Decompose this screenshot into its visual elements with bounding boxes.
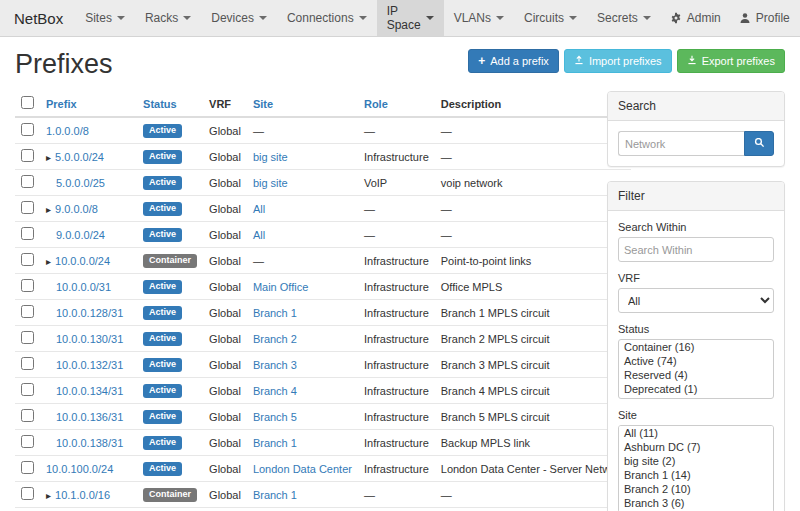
row-checkbox[interactable] (21, 461, 34, 474)
select-option[interactable]: Branch 1 (14) (619, 468, 773, 482)
row-checkbox[interactable] (21, 331, 34, 344)
prefix-link[interactable]: 10.0.0.132/31 (56, 359, 123, 371)
row-checkbox[interactable] (21, 305, 34, 318)
select-all-checkbox[interactable] (21, 96, 34, 109)
prefix-link[interactable]: 5.0.0.0/25 (56, 177, 105, 189)
select-option[interactable]: Container (16) (619, 340, 773, 354)
table-row: ▸10.0.0.0/24 Container Global — Infrastr… (15, 248, 631, 274)
brand-link[interactable]: NetBox (12, 0, 75, 36)
prefix-link[interactable]: 10.0.0.138/31 (56, 437, 123, 449)
prefix-link[interactable]: 5.0.0.0/24 (55, 151, 104, 163)
row-checkbox[interactable] (21, 227, 34, 240)
nav-item-devices: Devices (201, 0, 277, 36)
site-select[interactable]: All (11)Ashburn DC (7)big site (2)Branch… (618, 425, 774, 511)
description-cell: Branch 3 MPLS circuit (435, 352, 632, 378)
prefix-cell: ▸10.0.100.0/24 (46, 463, 113, 475)
col-header-role[interactable]: Role (358, 91, 435, 117)
prefix-link[interactable]: 10.0.0.0/31 (56, 281, 111, 293)
prefix-link[interactable]: 10.0.0.128/31 (56, 307, 123, 319)
row-checkbox[interactable] (21, 357, 34, 370)
site-link[interactable]: Branch 2 (253, 333, 297, 345)
expand-caret-icon: ▸ (46, 152, 51, 163)
site-link[interactable]: big site (253, 151, 288, 163)
toolbar: + Add a prefix Import prefixes Export pr… (468, 49, 785, 73)
row-checkbox[interactable] (21, 487, 34, 500)
prefix-link[interactable]: 10.0.100.0/24 (46, 463, 113, 475)
site-link[interactable]: London Data Center (253, 463, 352, 475)
search-panel: Search (607, 91, 785, 167)
select-option[interactable]: Branch 3 (6) (619, 496, 773, 510)
add-prefix-button[interactable]: + Add a prefix (468, 49, 559, 73)
site-link[interactable]: Branch 5 (253, 411, 297, 423)
vrf-cell: Global (203, 352, 247, 378)
prefix-link[interactable]: 9.0.0.0/24 (56, 229, 105, 241)
chevron-down-icon (117, 16, 125, 20)
nav-item-admin[interactable]: Admin (661, 0, 730, 36)
select-option[interactable]: Active (74) (619, 354, 773, 368)
row-checkbox[interactable] (21, 383, 34, 396)
site-link[interactable]: All (253, 229, 265, 241)
prefix-link[interactable]: 10.0.0.134/31 (56, 385, 123, 397)
col-header-status[interactable]: Status (137, 91, 203, 117)
search-button[interactable] (744, 131, 774, 156)
select-option[interactable]: Branch 2 (10) (619, 482, 773, 496)
nav-item-profile[interactable]: Profile (730, 0, 799, 36)
nav-item-racks: Racks (135, 0, 201, 36)
prefix-link[interactable]: 1.0.0.0/8 (46, 125, 89, 137)
site-link[interactable]: Branch 1 (253, 437, 297, 449)
vrf-cell: Global (203, 456, 247, 482)
prefix-link[interactable]: 10.1.0.0/16 (55, 489, 110, 501)
import-prefixes-button[interactable]: Import prefixes (564, 49, 672, 73)
row-checkbox[interactable] (21, 149, 34, 162)
status-select[interactable]: Container (16)Active (74)Reserved (4)Dep… (618, 339, 774, 399)
row-checkbox[interactable] (21, 435, 34, 448)
site-link[interactable]: big site (253, 177, 288, 189)
search-icon (754, 136, 765, 151)
site-link[interactable]: Main Office (253, 281, 308, 293)
site-link[interactable]: Branch 1 (253, 489, 297, 501)
site-link[interactable]: All (253, 203, 265, 215)
vrf-cell: Global (203, 482, 247, 508)
site-link[interactable]: Branch 1 (253, 307, 297, 319)
description-cell: Backup MPLS link (435, 430, 632, 456)
prefix-link[interactable]: 10.0.0.0/24 (55, 255, 110, 267)
search-within-input[interactable] (618, 237, 774, 262)
status-badge: Active (143, 150, 182, 164)
export-prefixes-button[interactable]: Export prefixes (677, 49, 785, 73)
table-row: ▸10.0.0.128/31 Active Global Branch 1 In… (15, 300, 631, 326)
role-cell: Infrastructure (358, 248, 435, 274)
vrf-cell: Global (203, 170, 247, 196)
role-cell: Infrastructure (358, 300, 435, 326)
vrf-select[interactable]: All (618, 288, 774, 313)
row-checkbox[interactable] (21, 123, 34, 136)
row-checkbox[interactable] (21, 175, 34, 188)
role-cell: — (358, 222, 435, 248)
prefix-cell: ▸10.0.0.136/31 (46, 411, 123, 423)
prefix-link[interactable]: 9.0.0.0/8 (55, 203, 98, 215)
description-cell: Office MPLS (435, 274, 632, 300)
col-header-prefix[interactable]: Prefix (40, 91, 137, 117)
prefix-link[interactable]: 10.0.0.136/31 (56, 411, 123, 423)
site-link[interactable]: Branch 3 (253, 359, 297, 371)
site-link[interactable]: Branch 4 (253, 385, 297, 397)
select-option[interactable]: Reserved (4) (619, 368, 773, 382)
select-option[interactable]: Deprecated (1) (619, 382, 773, 396)
select-option[interactable]: big site (2) (619, 454, 773, 468)
select-option[interactable]: All (11) (619, 426, 773, 440)
prefix-link[interactable]: 10.0.0.130/31 (56, 333, 123, 345)
nav-profile-label: Profile (756, 11, 790, 25)
col-header-site[interactable]: Site (247, 91, 358, 117)
search-input[interactable] (618, 131, 744, 156)
row-checkbox[interactable] (21, 253, 34, 266)
status-badge: Active (143, 124, 182, 138)
select-option[interactable]: Ashburn DC (7) (619, 440, 773, 454)
add-prefix-label: Add a prefix (490, 54, 549, 68)
site-empty: — (253, 255, 264, 267)
row-checkbox[interactable] (21, 279, 34, 292)
row-checkbox[interactable] (21, 201, 34, 214)
vrf-cell: Global (203, 508, 247, 511)
table-header-row: Prefix Status VRF Site Role Description (15, 91, 631, 117)
table-row: ▸10.0.100.0/24 Active Global London Data… (15, 456, 631, 482)
row-checkbox[interactable] (21, 409, 34, 422)
expand-caret-icon: ▸ (46, 204, 51, 215)
